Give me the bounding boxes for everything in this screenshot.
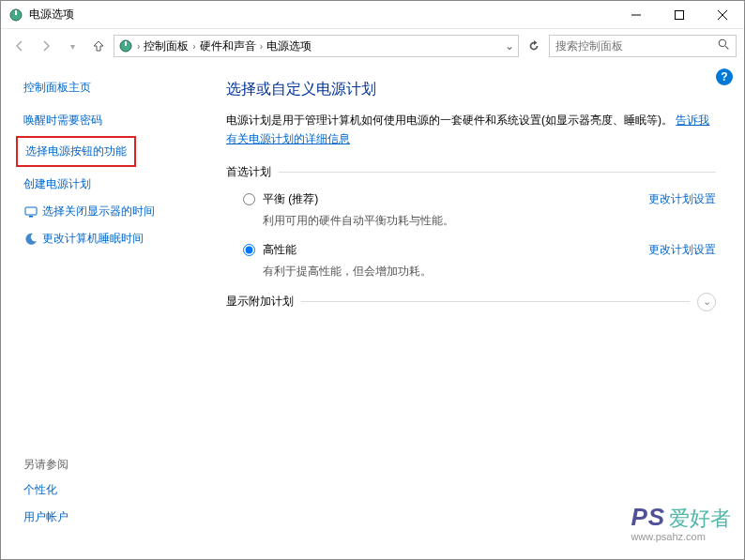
help-icon[interactable]: ? xyxy=(716,68,733,85)
page-title: 选择或自定义电源计划 xyxy=(226,80,716,99)
window-title: 电源选项 xyxy=(29,7,615,23)
navbar: ▾ › 控制面板 › 硬件和声音 › 电源选项 ⌄ xyxy=(1,29,744,63)
sidebar-link-display-off[interactable]: 选择关闭显示器的时间 xyxy=(23,204,189,219)
svg-point-8 xyxy=(719,39,725,46)
power-options-icon xyxy=(8,8,23,23)
svg-rect-7 xyxy=(125,41,127,46)
breadcrumb-item[interactable]: 硬件和声音 xyxy=(200,38,256,54)
svg-line-9 xyxy=(725,46,728,49)
plan-balanced-desc: 利用可用的硬件自动平衡功耗与性能。 xyxy=(263,213,637,229)
sidebar-link-wake-password[interactable]: 唤醒时需要密码 xyxy=(23,113,189,129)
svg-rect-1 xyxy=(15,10,17,15)
breadcrumb[interactable]: › 控制面板 › 硬件和声音 › 电源选项 ⌄ xyxy=(114,35,519,57)
search-icon[interactable] xyxy=(718,38,730,53)
arrow-right-icon xyxy=(38,38,53,53)
minimize-button[interactable] xyxy=(615,1,658,28)
breadcrumb-item[interactable]: 控制面板 xyxy=(144,38,189,54)
titlebar: 电源选项 xyxy=(1,1,744,29)
chevron-down-icon[interactable]: ⌄ xyxy=(697,293,716,311)
chevron-right-icon: › xyxy=(192,41,195,52)
sidebar: 控制面板主页 唤醒时需要密码 选择电源按钮的功能 创建电源计划 选择关闭显示器的… xyxy=(1,63,189,559)
plan-high-radio[interactable] xyxy=(243,244,255,256)
additional-plans-label[interactable]: 显示附加计划 ⌄ xyxy=(226,293,716,311)
chevron-right-icon: › xyxy=(260,41,263,52)
arrow-left-icon xyxy=(12,38,27,53)
power-options-icon xyxy=(118,38,133,53)
search-input[interactable] xyxy=(555,39,718,53)
close-button[interactable] xyxy=(701,1,744,28)
preferred-plans-label: 首选计划 xyxy=(226,164,716,180)
plan-high-performance: 高性能 有利于提高性能，但会增加功耗。 更改计划设置 xyxy=(243,242,716,280)
refresh-button[interactable] xyxy=(523,35,545,57)
change-plan-settings-link[interactable]: 更改计划设置 xyxy=(648,242,716,258)
search-box[interactable] xyxy=(549,35,737,57)
sidebar-link-user-accounts[interactable]: 用户帐户 xyxy=(23,509,189,525)
plan-balanced-radio[interactable] xyxy=(243,193,255,205)
breadcrumb-item[interactable]: 电源选项 xyxy=(266,38,312,54)
svg-rect-11 xyxy=(29,216,33,218)
chevron-right-icon: › xyxy=(137,41,140,52)
plan-balanced-title: 平衡 (推荐) xyxy=(263,191,637,207)
window-buttons xyxy=(615,1,744,28)
plan-high-title: 高性能 xyxy=(263,242,637,258)
sidebar-link-personalize[interactable]: 个性化 xyxy=(23,482,189,498)
nav-recent-dropdown[interactable]: ▾ xyxy=(61,35,84,57)
refresh-icon xyxy=(527,39,540,53)
page-description: 电源计划是用于管理计算机如何使用电源的一套硬件和系统设置(如显示器亮度、睡眠等)… xyxy=(226,111,716,149)
maximize-button[interactable] xyxy=(658,1,701,28)
plan-high-desc: 有利于提高性能，但会增加功耗。 xyxy=(263,264,637,280)
see-also-heading: 另请参阅 xyxy=(23,457,189,473)
nav-forward-button[interactable] xyxy=(35,35,57,57)
svg-rect-10 xyxy=(25,207,37,215)
sidebar-link-power-button[interactable]: 选择电源按钮的功能 xyxy=(16,136,136,167)
control-panel-home-link[interactable]: 控制面板主页 xyxy=(23,80,189,96)
nav-back-button[interactable] xyxy=(8,35,31,57)
main-panel: ? 选择或自定义电源计划 电源计划是用于管理计算机如何使用电源的一套硬件和系统设… xyxy=(189,63,744,559)
sidebar-link-sleep-time[interactable]: 更改计算机睡眠时间 xyxy=(23,231,189,247)
breadcrumb-dropdown[interactable]: ⌄ xyxy=(505,39,514,53)
monitor-icon xyxy=(23,204,38,219)
plan-balanced: 平衡 (推荐) 利用可用的硬件自动平衡功耗与性能。 更改计划设置 xyxy=(243,191,716,229)
sidebar-link-create-plan[interactable]: 创建电源计划 xyxy=(23,176,189,192)
nav-up-button[interactable] xyxy=(87,35,110,57)
content-area: 控制面板主页 唤醒时需要密码 选择电源按钮的功能 创建电源计划 选择关闭显示器的… xyxy=(1,63,744,559)
moon-icon xyxy=(23,232,38,247)
change-plan-settings-link[interactable]: 更改计划设置 xyxy=(648,191,716,207)
arrow-up-icon xyxy=(91,38,106,53)
svg-rect-3 xyxy=(676,10,684,19)
